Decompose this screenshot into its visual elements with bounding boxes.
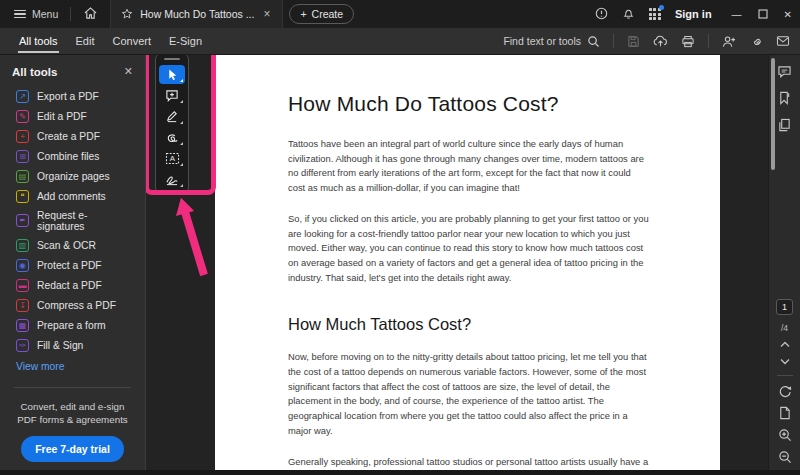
create-pdf-icon: + [16, 130, 29, 143]
upload-cloud-icon[interactable] [653, 35, 668, 48]
bell-icon[interactable] [622, 7, 635, 22]
panel-close-button[interactable]: ✕ [124, 65, 133, 78]
save-icon [627, 35, 640, 48]
request-e-signatures-icon: ✒ [16, 214, 29, 227]
divider [14, 387, 131, 388]
minimize-button[interactable]: — [732, 9, 742, 20]
home-button[interactable] [77, 4, 104, 24]
menu-button[interactable]: Menu [8, 4, 64, 25]
sidebar-item-export-pdf[interactable]: ↗ Export a PDF [0, 86, 145, 106]
sign-stamp-tool-button[interactable] [159, 170, 185, 189]
sidebar-item-label: Organize pages [37, 171, 110, 182]
tab-convert[interactable]: Convert [104, 29, 161, 53]
plus-icon: + [300, 8, 306, 20]
sidebar-item-organize-pages[interactable]: ▤ Organize pages [0, 166, 145, 186]
notification-dot [659, 5, 664, 10]
tab-edit[interactable]: Edit [67, 29, 104, 53]
divider [613, 34, 614, 48]
cursor-arrow-icon [166, 68, 179, 81]
viewer-scrollbar[interactable] [771, 58, 775, 170]
add-text-tool-button[interactable]: A [159, 149, 185, 168]
sidebar-item-label: Create a PDF [37, 131, 100, 142]
sidebar-item-label: Export a PDF [37, 91, 99, 102]
sidebar-item-request-e-signatures[interactable]: ✒ Request e-signatures [0, 206, 145, 235]
previous-page-button[interactable] [780, 341, 790, 350]
organize-pages-icon: ▤ [16, 170, 29, 183]
sidebar-item-prepare-form[interactable]: ▦ Prepare a form [0, 315, 145, 335]
sidebar-item-label: Request e-signatures [37, 210, 133, 232]
sign-in-button[interactable]: Sign in [675, 8, 712, 20]
sidebar-item-scan-ocr[interactable]: ▥ Scan & OCR [0, 235, 145, 255]
select-tool-button[interactable] [159, 65, 185, 84]
tab-e-sign[interactable]: E-Sign [160, 29, 211, 53]
doc-paragraph-1: Tattoos have been an integral part of wo… [288, 137, 649, 196]
drag-handle[interactable] [164, 58, 180, 60]
sidebar-item-add-comments[interactable]: ❝ Add comments [0, 186, 145, 206]
doc-paragraph-2: So, if you clicked on this article, you … [288, 212, 649, 286]
doc-heading-1: How Much Do Tattoos Cost? [288, 92, 649, 116]
svg-text:A: A [169, 154, 175, 163]
search-icon [587, 35, 600, 48]
comment-plus-icon [165, 89, 179, 102]
free-trial-button[interactable]: Free 7-day trial [21, 436, 124, 462]
pdf-page: How Much Do Tattoos Cost? Tattoos have b… [215, 55, 720, 470]
redact-pdf-icon: ▬ [16, 279, 29, 292]
star-icon [121, 8, 133, 20]
sidebar-item-compress-pdf[interactable]: ↧ Compress a PDF [0, 295, 145, 315]
promo-text: Convert, edit and e-sign PDF forms & agr… [12, 400, 133, 426]
create-button[interactable]: + Create [289, 4, 354, 24]
sidebar-item-label: Add comments [37, 191, 106, 202]
sidebar-item-label: Combine files [37, 151, 99, 162]
sidebar-item-combine-files[interactable]: ⊞ Combine files [0, 146, 145, 166]
bookmarks-panel-icon[interactable] [778, 91, 791, 105]
find-label: Find text or tools [503, 35, 581, 47]
zoom-out-icon[interactable] [778, 450, 792, 464]
next-page-button[interactable] [780, 358, 790, 367]
signature-icon [165, 174, 179, 186]
scan-ocr-icon: ▥ [16, 239, 29, 252]
page-thumbnails-icon[interactable] [778, 118, 791, 132]
zoom-in-icon[interactable] [778, 428, 792, 442]
prepare-form-icon: ▦ [16, 319, 29, 332]
sidebar-item-protect-pdf[interactable]: ◉ Protect a PDF [0, 255, 145, 275]
document-viewer[interactable]: How Much Do Tattoos Cost? Tattoos have b… [146, 55, 768, 470]
document-tab[interactable]: How Much Do Tattoos ... × [110, 0, 283, 28]
share-link-icon[interactable] [749, 35, 763, 48]
divider [708, 34, 709, 48]
sidebar-item-redact-pdf[interactable]: ▬ Redact a PDF [0, 275, 145, 295]
app-launcher-icon[interactable] [649, 8, 661, 20]
total-pages-label: /4 [781, 323, 788, 333]
sidebar-item-create-pdf[interactable]: + Create a PDF [0, 126, 145, 146]
print-icon[interactable] [681, 35, 695, 48]
freehand-draw-tool-button[interactable] [159, 128, 185, 147]
comments-panel-icon[interactable] [777, 65, 792, 78]
email-icon[interactable] [776, 35, 790, 47]
close-window-button[interactable]: ✕ [784, 9, 792, 20]
tab-close-button[interactable]: × [261, 7, 272, 21]
compress-pdf-icon: ↧ [16, 299, 29, 312]
edit-pdf-icon: ✎ [16, 110, 29, 123]
rotate-page-icon[interactable] [778, 384, 792, 398]
panel-title: All tools [12, 66, 57, 78]
sidebar-item-label: Scan & OCR [37, 240, 96, 251]
find-text-or-tools[interactable]: Find text or tools [503, 35, 600, 48]
title-bar-right: Sign in — ✕ [595, 7, 792, 22]
quick-tools-toolbar: A [155, 55, 189, 195]
annotation-arrow [173, 197, 213, 277]
sidebar-item-edit-pdf[interactable]: ✎ Edit a PDF [0, 106, 145, 126]
view-more-link[interactable]: View more [0, 355, 145, 372]
page-display-options-icon[interactable] [778, 406, 791, 420]
add-comment-tool-button[interactable] [159, 86, 185, 105]
acrobat-window: Menu How Much Do Tattoos ... × + Create [0, 0, 800, 475]
maximize-button[interactable] [758, 9, 768, 19]
app-toolbar: All tools Edit Convert E-Sign Find text … [0, 28, 800, 55]
draw-pen-tool-button[interactable] [159, 107, 185, 126]
sidebar-item-fill-sign[interactable]: ✑ Fill & Sign [0, 335, 145, 355]
home-icon [84, 7, 97, 19]
tab-all-tools[interactable]: All tools [10, 29, 67, 53]
share-with-people-icon[interactable] [722, 35, 736, 48]
pen-icon [165, 110, 179, 123]
notifications-info-icon[interactable] [595, 7, 608, 22]
sidebar-item-label: Prepare a form [37, 320, 106, 331]
current-page-input[interactable]: 1 [776, 299, 793, 315]
